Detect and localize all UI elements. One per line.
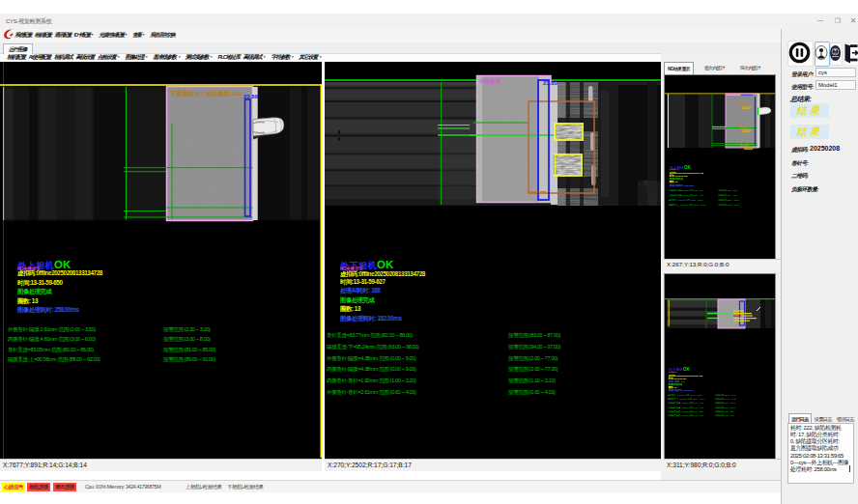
exit-icon (845, 44, 858, 64)
login-user-icon (815, 46, 827, 60)
camera-view-outer-lower[interactable]: AI检测框 23.80 外下相机OK NG先显示:0 虚拟码:0ffline20… (325, 62, 661, 459)
dropdown-arrow-icon: ▼ (126, 33, 129, 36)
tool-other-settings[interactable]: 其它设置 ▼ (299, 53, 323, 62)
tool-spot-check[interactable]: 点检设置 ▼ (98, 53, 122, 62)
model-label: 使用型号: (791, 83, 814, 92)
tab-shift-stats[interactable]: 班次内统计 (737, 62, 763, 73)
left-meas-row: 外侧卷针-隔膜:2.91mm 范围:(2.00 ~ 3.50) (8, 326, 96, 333)
ai-detect-rect (477, 76, 552, 203)
mid-alarm-row: 报警范围:(0.60 ~ 4.00) (508, 389, 556, 396)
mid-cost-line: 图像处理耗时: 182.00ms (340, 315, 402, 323)
thumb1-statusbar: X:267;Y:13;R:0;G:0;B:0 (664, 259, 781, 269)
mid-meas-row: 卷针宽度=83.77mm 范围:(82.00 ~ 88.00) (327, 332, 413, 339)
upper-camera-result: 上相机L检测结果 (184, 483, 224, 491)
thumb2-statusbar: X:311;Y:980;R:0;G:0;B:0 (664, 459, 781, 471)
left-meas-row: 隔膜宽度-上=90.56mm 范围:(88.00 ~ 92.00) (8, 356, 100, 363)
tool-camera-config[interactable]: 相机配置 (7, 53, 25, 62)
mid-alarm-row: 报警范围:(2.00 ~ 77.00) (508, 355, 558, 362)
left-alarm-row: 报警范围:(89.00 ~ 91.00) (163, 356, 215, 363)
lower-camera-result: 下相机L检测结果 (225, 483, 266, 491)
menu-item-comm-config[interactable]: 通讯配置 (54, 32, 71, 39)
tab-run-log[interactable]: 运行日志 (788, 413, 812, 423)
machinery-fins (558, 82, 618, 206)
left-camera-statusbar: X:7677;Y:891;R:14;G:14;B:14 (0, 459, 322, 471)
right-panel: 登录用户: cys 使用型号: Model1 总结果: 结果 结果 虚拟码: 2… (781, 29, 858, 504)
menu-item-language[interactable]: 系统语言切换 (150, 32, 175, 39)
yellow-guide-vertical (321, 84, 323, 458)
tool-baseline-params[interactable]: 基准线参数 ▼ (153, 53, 182, 62)
left-done-line: 图像处理完成 (17, 288, 51, 296)
restore-button[interactable]: ❐ (831, 14, 844, 28)
dropdown-arrow-icon: ▼ (142, 33, 145, 36)
menu-bar: 系统配置 相机配置 通讯配置 IO卡配置 ▼ 光源控制配置 ▼ 查看 ▼ 系统语… (0, 29, 858, 42)
ai-box-label: AI检测框 (479, 78, 501, 85)
mid-meas-row: 隔膜宽度-下=95.24mm 范围:(93.00 ~ 98.00) (327, 344, 418, 350)
right-black-zone (618, 82, 661, 206)
log-textarea[interactable]: 耗时: 222, 缺陷检测耗 时: 17, 缺陷分类耗时: 0, 缺陷提取分区耗… (787, 423, 854, 484)
dropdown-arrow-icon: ▼ (319, 55, 322, 58)
camera-thumb-inner-lower[interactable]: 内下相机OK NG先显示:0 虚拟码:0ffline20250208133134… (664, 273, 776, 459)
virtual-code-value: 20250208 (810, 145, 840, 152)
tab-error-log[interactable]: 错误日志 (835, 414, 856, 423)
left-photo-bands (4, 87, 322, 220)
mid-alarm-row: 报警范围:(1.10 ~ 2.10) (508, 378, 556, 384)
mid-meas-row: 内侧卷针-卷针=1.90mm 范围:(1.00 ~ 2.20) (327, 378, 415, 384)
tool-image-process[interactable]: 图像处理 ▼ (126, 53, 150, 62)
mid-time-line: 时间:13-31-59-627 (340, 278, 386, 287)
model-input[interactable]: Model1 (815, 80, 856, 90)
menu-item-system-config[interactable]: 系统配置 (14, 32, 31, 39)
left-meas-row: 内侧卷针-隔膜:4.60mm 范围:(3.00 ~ 6.00) (8, 336, 96, 343)
pause-icon (790, 43, 808, 61)
dropdown-arrow-icon: ▼ (263, 55, 266, 58)
tool-advanced-settings[interactable]: 高级设置 (75, 53, 94, 62)
menu-item-light-config[interactable]: 光源控制配置 ▼ (99, 32, 129, 39)
tool-ai-config[interactable]: AI使用配置 (29, 53, 51, 62)
tab-ng-result[interactable]: NG结果显示 (664, 62, 694, 74)
qrcode-label: 二维码: (791, 172, 808, 181)
menu-item-view[interactable]: 查看 ▼ (132, 32, 146, 39)
close-button[interactable]: ✕ (846, 14, 858, 28)
left-view-border-faint (3, 62, 4, 459)
tool-camera-debug[interactable]: 相机调试 (54, 53, 72, 62)
mid-meas-row: 外侧卷针-隔膜=4.38mm 范围:(0.00 ~ 9.00) (327, 355, 415, 362)
tool-advanced-debug[interactable]: 高级调试 ▼ (243, 53, 268, 62)
mid-meas-row: 内侧卷针-隔膜=4.38mm 范围:(0.00 ~ 9.00) (327, 366, 415, 373)
tool-plc-address[interactable]: PLC地址库 (217, 53, 240, 62)
camera-connection-status: 相机连接 (27, 483, 50, 491)
mid-alarm-row: 报警范围:(2.00 ~ 77.00) (508, 366, 558, 373)
mid-done-line: 图像处理完成 (340, 296, 374, 305)
tool-test-params[interactable]: 测试项参数 ▼ (186, 53, 214, 62)
login-user-input[interactable]: cys (815, 68, 856, 77)
threshold-text: 下面阈值:93, 动态阈值:100 (169, 90, 243, 98)
menu-item-camera-config[interactable]: 相机配置 (35, 32, 51, 39)
comm-connection-status: 通讯连接 (53, 483, 76, 491)
result-box-1: 结果 (790, 103, 829, 118)
window-title: CYS-视觉检测系统 (6, 17, 51, 26)
dropdown-arrow-icon: ▼ (145, 55, 148, 58)
left-cost-line: 图像处理耗时: 258.00ms (17, 306, 79, 315)
camera-view-outer-upper[interactable]: 23.88 下面阈值:93, 动态阈值:100 外上相机OK NG先显示:0 虚… (0, 62, 322, 459)
tab-settings-log[interactable]: 设置日志 (813, 414, 834, 423)
tab-batch-stats[interactable]: 批次内统计 (701, 62, 728, 73)
dropdown-arrow-icon: ▼ (92, 33, 95, 36)
mid-ai-line: 处理AI耗时: 166 (340, 287, 380, 295)
ring-count-label: 负极环数量: (791, 185, 818, 194)
tool-char-params[interactable]: 字符参数 ▼ (271, 53, 295, 62)
dropdown-arrow-icon: ▼ (210, 55, 213, 58)
camera-thumb-inner-upper[interactable]: 内上相机OK NG先显示:0 虚拟码:0ffline20250208133134… (664, 74, 776, 259)
login-user-label: 登录用户: (791, 70, 814, 79)
menu-item-io-config[interactable]: IO卡配置 ▼ (74, 32, 96, 39)
dropdown-arrow-icon: ▼ (291, 55, 294, 58)
title-bar: CYS-视觉检测系统 ─ ❐ ✕ (0, 14, 858, 29)
log-caret (849, 465, 850, 472)
dropdown-arrow-icon: ▼ (178, 55, 181, 58)
bright-column (253, 87, 258, 220)
thumb-tab-bar: NG结果显示 批次内统计 班次内统计 (663, 62, 781, 74)
minimize-button[interactable]: ─ (814, 14, 827, 28)
app-status-bar: 心跳信号 相机连接 通讯连接 Cpu: 0.0% Memory: 3424.41… (0, 480, 781, 492)
virtual-code-label: 虚拟码: (791, 146, 808, 154)
left-roi-rect (167, 87, 253, 221)
mid-alarm-row: 报警范围:(94.00 ~ 97.00) (508, 344, 560, 350)
thumb2-result-block: 内下相机OK NG先显示:0 虚拟码:0ffline20250208133134… (668, 365, 780, 423)
left-meas-row: 卷针宽度=83.05mm 范围:(80.00 ~ 86.00) (8, 347, 94, 353)
